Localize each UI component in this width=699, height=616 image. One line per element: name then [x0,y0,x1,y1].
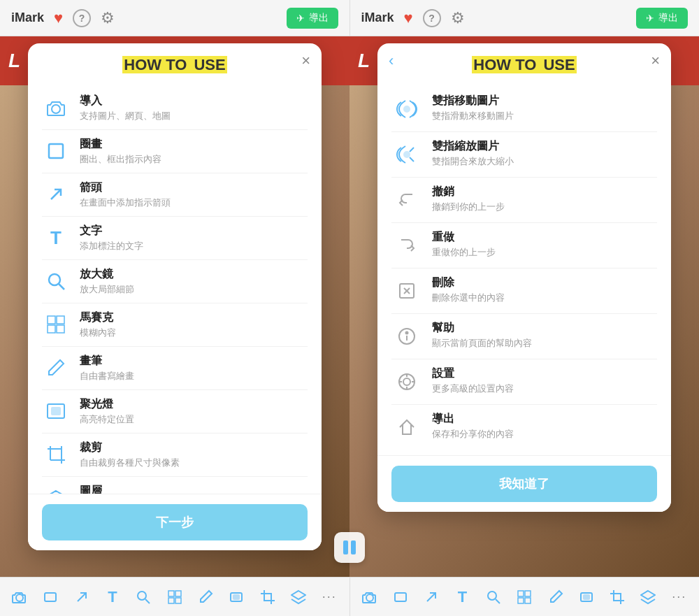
right-modal-footer: 我知道了 [377,455,671,512]
left-modal-overlay: HOW TO USE × 導入 支持圖片、網頁、地圖 圈畫 圈出、框出指示內容 … [0,36,350,577]
toolbar-crop-left[interactable] [257,587,278,608]
toolbar-more-right[interactable]: ··· [669,587,690,608]
left-feature-icon-8 [42,440,70,468]
svg-marker-41 [291,591,305,599]
svg-point-45 [488,592,496,600]
gear-icon-right[interactable]: ⚙ [451,9,465,27]
left-feature-item: 裁剪 自由裁剪各種尺寸與像素 [42,434,308,477]
toolbar-layers-left[interactable] [288,587,309,608]
toolbar-spotlight-right[interactable] [576,587,597,608]
right-modal: ‹ HOW TO USE × 雙指移動圖片 雙指滑動來移動圖片 雙指縮放圖片 雙… [377,43,671,512]
toolbar-camera-left[interactable] [9,587,30,608]
svg-point-17 [404,152,410,157]
left-modal-close[interactable]: × [301,53,310,69]
right-feature-item: 幫助 顯示當前頁面的幫助內容 [391,314,657,359]
right-modal-back[interactable]: ‹ [389,53,394,69]
toolbar-search-left[interactable] [133,587,154,608]
toolbar-pencil-left[interactable] [195,587,216,608]
export-button-left[interactable]: ✈ 導出 [287,8,338,29]
gear-icon-left[interactable]: ⚙ [101,9,115,27]
right-feature-title-6: 設置 [432,366,657,381]
left-feature-icon-7 [42,397,70,425]
pause-button[interactable] [334,532,365,563]
right-feature-icon-5 [391,321,422,352]
left-feature-title-1: 圈畫 [80,137,308,152]
right-title-highlight: USE [542,56,576,73]
left-feature-item: T 文字 添加標注的文字 [42,217,308,260]
svg-point-16 [404,106,410,112]
svg-line-4 [59,284,64,289]
left-feature-item: 圈畫 圈出、框出指示內容 [42,130,308,173]
right-modal-header: ‹ HOW TO USE × [377,43,671,81]
svg-line-32 [78,593,86,601]
left-feature-desc-3: 添加標注的文字 [80,240,308,252]
right-feature-title-7: 導出 [432,412,657,427]
svg-rect-52 [584,595,589,599]
toolbar-text-right[interactable]: T [452,587,473,608]
toolbar-pencil-right[interactable] [545,587,566,608]
svg-line-2 [51,189,61,199]
left-feature-item: 馬賽克 模糊內容 [42,303,308,347]
svg-rect-7 [48,325,55,333]
left-feature-icon-9 [42,484,70,494]
svg-rect-38 [175,598,181,603]
right-feature-desc-1: 雙指開合來放大縮小 [432,155,657,168]
left-modal-header: HOW TO USE × [28,43,322,81]
right-done-button[interactable]: 我知道了 [391,466,657,502]
svg-rect-5 [48,316,55,324]
toolbar-mosaic-left[interactable] [164,587,185,608]
heart-icon-left[interactable]: ♥ [54,9,63,27]
toolbar-more-left[interactable]: ··· [319,587,340,608]
app-title-right: iMark [361,10,394,25]
right-feature-desc-6: 更多高級的設置內容 [432,382,657,395]
right-modal-body: 雙指移動圖片 雙指滑動來移動圖片 雙指縮放圖片 雙指開合來放大縮小 撤銷 撤銷到… [377,81,671,455]
pause-bar-left [343,540,348,554]
svg-point-23 [406,332,408,334]
right-feature-icon-6 [391,366,422,397]
help-icon-right[interactable]: ? [423,9,441,27]
left-feature-title-8: 裁剪 [80,440,308,455]
toolbar-arrow-left[interactable] [71,587,92,608]
help-icon-left[interactable]: ? [73,9,91,27]
left-feature-desc-5: 模糊內容 [80,327,308,339]
left-next-button[interactable]: 下一步 [42,504,308,540]
left-feature-desc-6: 自由書寫繪畫 [80,370,308,382]
left-feature-item: 圖層 調節圖層順序 [42,477,308,494]
left-feature-desc-4: 放大局部細節 [80,283,308,296]
svg-point-33 [138,592,146,600]
right-feature-icon-2 [391,185,422,215]
main-area: L L HOW TO USE × 導入 支持圖片、網頁、地圖 [0,36,699,577]
toolbar-rect-right[interactable] [390,587,411,608]
right-feature-item: 撤銷 撤銷到你的上一步 [391,178,657,223]
left-feature-desc-2: 在畫面中添加指示箭頭 [80,196,308,209]
export-icon-left: ✈ [296,13,305,24]
left-feature-desc-1: 圈出、框出指示內容 [80,153,308,166]
toolbar-text-left[interactable]: T [102,587,123,608]
left-feature-icon-4 [42,267,70,295]
left-feature-desc-8: 自由裁剪各種尺寸與像素 [80,457,308,469]
left-feature-item: 畫筆 自由書寫繪畫 [42,347,308,390]
toolbar-search-right[interactable] [483,587,504,608]
export-button-right[interactable]: ✈ 導出 [636,8,688,29]
right-modal-close[interactable]: × [651,53,660,69]
toolbar-mosaic-right[interactable] [514,587,535,608]
top-bar-right: iMark ♥ ? ⚙ ✈ 導出 [350,0,700,36]
left-title-prefix: HOW TO [122,56,192,73]
toolbar-crop-right[interactable] [607,587,628,608]
svg-rect-47 [518,591,524,596]
right-feature-item: 刪除 刪除你選中的內容 [391,268,657,314]
svg-rect-50 [525,598,531,603]
right-feature-title-4: 刪除 [432,275,657,290]
heart-icon-right[interactable]: ♥ [404,9,413,27]
top-bar: iMark ♥ ? ⚙ ✈ 導出 iMark ♥ ? ⚙ ✈ 導出 [0,0,699,36]
left-feature-title-5: 馬賽克 [80,310,308,325]
toolbar-spotlight-left[interactable] [226,587,247,608]
right-modal-title: HOW TO USE [472,56,576,74]
right-modal-overlay: ‹ HOW TO USE × 雙指移動圖片 雙指滑動來移動圖片 雙指縮放圖片 雙… [350,36,699,577]
toolbar-layers-right[interactable] [637,587,658,608]
svg-point-3 [49,274,60,285]
toolbar-camera-right[interactable] [359,587,380,608]
toolbar-arrow-right[interactable] [421,587,442,608]
center-divider [330,36,369,577]
toolbar-rect-left[interactable] [40,587,61,608]
